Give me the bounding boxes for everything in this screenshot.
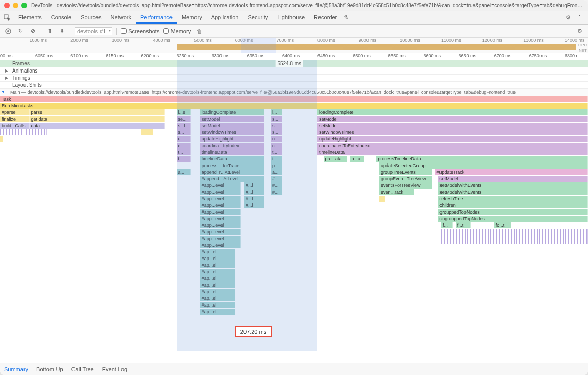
flame-bar[interactable]: #ap...el	[200, 249, 235, 255]
flame-bar[interactable]: #app...evel	[200, 222, 241, 228]
track-timings[interactable]: ▶ Timings	[0, 75, 588, 82]
flame-bar[interactable]: #app...evel	[200, 229, 241, 235]
flame-bar[interactable]	[0, 129, 47, 135]
flame-bar[interactable]: #ap...el	[200, 302, 235, 308]
flame-bar[interactable]: #app...evel	[200, 236, 241, 242]
flame-bar[interactable]: s...	[271, 123, 282, 129]
flame-bar[interactable]: f...t	[456, 222, 471, 228]
download-button[interactable]: ⬇	[58, 27, 66, 35]
flame-bar[interactable]	[0, 136, 3, 142]
chevron-down-icon[interactable]: ▼	[1, 90, 5, 95]
flame-bar[interactable]: loadingComplete	[317, 109, 588, 115]
flame-bar[interactable]: #ap...el	[200, 289, 235, 295]
flame-bar[interactable]: #parse	[0, 109, 30, 115]
flame-bar[interactable]: s...	[271, 116, 282, 122]
screenshots-checkbox[interactable]: Screenshots	[121, 28, 159, 34]
tab-event-log[interactable]: Event Log	[102, 366, 128, 372]
more-icon[interactable]: ⋮	[574, 13, 585, 22]
flame-bar[interactable]: #app...evel	[200, 182, 241, 189]
flame-bar[interactable]: coordinatesToEntryIndex	[317, 143, 588, 149]
flame-bar[interactable]: Task	[0, 96, 588, 102]
flame-bar[interactable]: updateHighlight	[317, 136, 588, 142]
flame-bar[interactable]: ungrouppedTopNodes	[438, 216, 588, 222]
flame-bar[interactable]: #ap...el	[200, 295, 235, 301]
flame-bar[interactable]: setWindowTimes	[317, 129, 588, 135]
flame-bar[interactable]: #ap...el	[200, 255, 235, 262]
flame-bar[interactable]: a...	[271, 169, 282, 175]
flame-bar[interactable]: setModelWithEvents	[438, 182, 588, 189]
flame-bar[interactable]: processI...torTrace	[200, 162, 265, 169]
flame-bar[interactable]: f...	[441, 222, 453, 228]
flame-bar[interactable]: groupTreeEvents	[379, 169, 432, 175]
tab-sources[interactable]: Sources	[77, 12, 105, 24]
track-layout-shifts[interactable]: Layout Shifts	[0, 82, 588, 89]
flame-bar[interactable]: build...Calls	[0, 123, 30, 129]
flame-bar[interactable]: get data	[30, 116, 165, 122]
tab-memory[interactable]: Memory	[178, 12, 206, 24]
clear-button[interactable]: ⊘	[29, 27, 37, 35]
flame-bar[interactable]: l...e	[177, 109, 191, 115]
flame-bar[interactable]: #ap...el	[200, 269, 235, 275]
flame-bar[interactable]: timelineData	[200, 149, 265, 155]
flame-bar[interactable]: c...	[177, 143, 191, 149]
flame-bar[interactable]: even...rack	[379, 189, 414, 195]
flame-chart[interactable]: 5524.8 ms Frames ▶ Animations ▶ Timings …	[0, 60, 588, 351]
chevron-right-icon[interactable]: ▶	[5, 76, 8, 80]
track-frames[interactable]: Frames	[0, 60, 588, 67]
flame-bar[interactable]: #...	[271, 176, 282, 182]
garbage-icon[interactable]: 🗑	[195, 27, 203, 35]
tab-elements[interactable]: Elements	[14, 12, 46, 24]
flame-bar[interactable]: updateSelectedGroup	[379, 162, 588, 169]
tab-lighthouse[interactable]: Lighthouse	[273, 12, 309, 24]
flame-bar[interactable]: coordina...tryIndex	[200, 143, 265, 149]
flame-bar[interactable]: #append...AtLevel	[200, 176, 265, 182]
flame-bar[interactable]: #ap...el	[200, 309, 235, 315]
flame-bar[interactable]: groupEven...TreeView	[379, 176, 432, 182]
flame-bar[interactable]: #ap...el	[200, 282, 235, 288]
flame-bar[interactable]: u...	[271, 136, 282, 142]
flame-bar[interactable]: #ap...el	[200, 262, 235, 268]
close-icon[interactable]	[4, 3, 10, 8]
flame-bar[interactable]: timelineData	[317, 149, 588, 155]
flame-bar[interactable]: parse	[30, 109, 165, 115]
tab-bottom-up[interactable]: Bottom-Up	[36, 366, 63, 372]
chevron-right-icon[interactable]: ▶	[5, 68, 8, 73]
flame-bar[interactable]: setModel	[200, 116, 265, 122]
flame-bar[interactable]: t...	[271, 149, 282, 155]
flame-bar[interactable]: c...	[271, 143, 282, 149]
reload-button[interactable]: ↻	[16, 27, 24, 35]
tab-call-tree[interactable]: Call Tree	[71, 366, 94, 372]
flame-bar[interactable]: appendTr...AtLevel	[200, 169, 265, 175]
flame-bar[interactable]: setWindowTimes	[200, 129, 265, 135]
flame-bar[interactable]: p...a	[350, 156, 364, 162]
tab-network[interactable]: Network	[107, 12, 135, 24]
flame-bar[interactable]: #ap...el	[200, 275, 235, 282]
flame-bar[interactable]: #app...evel	[200, 216, 241, 222]
flame-bar[interactable]: p...	[271, 162, 282, 169]
flame-bar[interactable]: t...	[177, 149, 191, 155]
flame-bar[interactable]: #app...evel	[200, 242, 241, 248]
flame-bar[interactable]: refreshTree	[438, 196, 588, 202]
flame-bar[interactable]: #...	[271, 182, 282, 189]
flame-bar[interactable]: setModelWithEvents	[438, 189, 588, 195]
flame-bar[interactable]: t...	[177, 156, 191, 162]
track-main-header[interactable]: ▼ Main — devtools://devtools/bundled/dev…	[0, 89, 588, 96]
flame-bar[interactable]: loadingComplete	[200, 109, 265, 115]
flame-bar[interactable]: Run Microtasks	[0, 103, 588, 109]
inspect-icon[interactable]	[3, 14, 11, 22]
flame-bar[interactable]: l...	[271, 109, 282, 115]
flame-bar[interactable]: #...	[271, 189, 282, 195]
flame-bar[interactable]: processTimelineData	[376, 156, 588, 162]
tab-summary[interactable]: Summary	[4, 366, 28, 372]
flame-bar[interactable]: setModel	[438, 176, 588, 182]
flame-bar[interactable]: s...l	[177, 123, 191, 129]
flame-bar[interactable]: eventsForTreeView	[379, 182, 432, 189]
tab-console[interactable]: Console	[47, 12, 76, 24]
zoom-icon[interactable]	[21, 3, 27, 8]
flame-bar[interactable]: #app...evel	[200, 209, 241, 215]
flame-bar[interactable]: grouppedTopNodes	[438, 209, 588, 215]
flame-bar[interactable]: children	[438, 202, 588, 208]
flame-bar[interactable]: setModel	[200, 123, 265, 129]
flame-bar[interactable]: #app...evel	[200, 189, 241, 195]
flame-bar[interactable]: #...l	[244, 202, 264, 208]
